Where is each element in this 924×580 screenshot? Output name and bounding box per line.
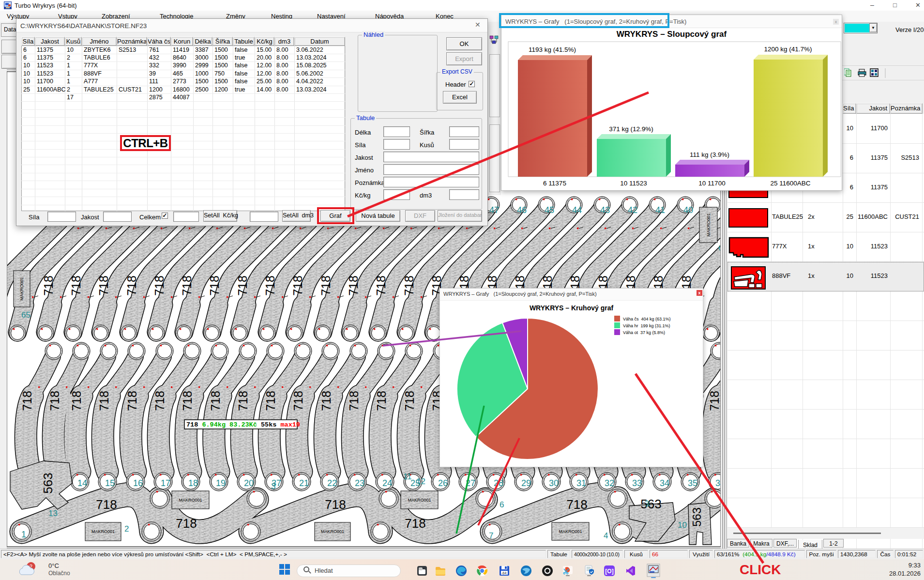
svg-text:-64:: -64: (501, 571, 507, 575)
svg-text:[O]: [O] (605, 568, 613, 575)
